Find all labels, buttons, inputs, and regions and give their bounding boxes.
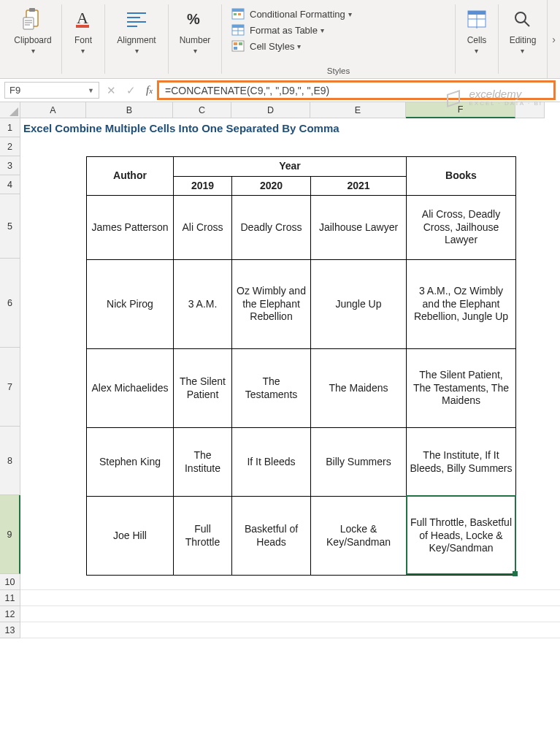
header-2020[interactable]: 2020 xyxy=(232,176,311,196)
cells-button[interactable]: Cells▾ xyxy=(461,4,493,58)
header-2019[interactable]: 2019 xyxy=(174,176,232,196)
chevron-down-icon: ▾ xyxy=(521,47,524,55)
name-box-value: F9 xyxy=(9,85,20,96)
svg-rect-8 xyxy=(234,13,237,15)
cell[interactable]: 3 A.M., Oz Wimbly and the Elephant Rebel… xyxy=(407,260,516,349)
header-books[interactable]: Books xyxy=(407,157,516,196)
conditional-formatting-label: Conditional Formatting xyxy=(250,9,345,20)
ribbon-scroll-right[interactable]: › xyxy=(547,0,560,78)
cell[interactable]: Full Throttle, Basketful of Heads, Locke… xyxy=(407,497,516,576)
col-header-C[interactable]: C xyxy=(173,102,231,118)
editing-button[interactable]: Editing▾ xyxy=(507,4,540,58)
cell[interactable]: Deadly Cross xyxy=(232,196,311,260)
cell[interactable]: Billy Summers xyxy=(311,428,407,497)
fx-icon[interactable]: fx xyxy=(146,84,153,96)
conditional-formatting-icon xyxy=(231,7,245,20)
ribbon-group-styles: Conditional Formatting▾ Format as Table▾… xyxy=(222,0,455,78)
ribbon-group-editing: Editing▾ xyxy=(499,0,547,78)
cells-label: Cells xyxy=(467,35,487,45)
chevron-down-icon: ▾ xyxy=(193,47,197,55)
cell-styles-button[interactable]: Cell Styles▾ xyxy=(228,38,388,54)
alignment-button[interactable]: Alignment▾ xyxy=(114,4,158,58)
row-header-2[interactable]: 2 xyxy=(0,137,20,156)
cell[interactable]: Ali Cross, Deadly Cross, Jailhouse Lawye… xyxy=(407,196,516,260)
chevron-down-icon: ▾ xyxy=(475,47,478,55)
number-button[interactable]: % Number▾ xyxy=(177,4,214,58)
col-header-D[interactable]: D xyxy=(231,102,310,118)
row-header-7[interactable]: 7 xyxy=(0,348,20,427)
worksheet[interactable]: Excel Combine Multiple Cells Into One Se… xyxy=(20,118,560,659)
table-row: James Patterson Ali Cross Deadly Cross J… xyxy=(87,196,516,260)
cell[interactable]: Alex Michaelides xyxy=(87,349,174,428)
col-header-E[interactable]: E xyxy=(310,102,406,118)
cell[interactable]: Stephen King xyxy=(87,428,174,497)
row-header-5[interactable]: 5 xyxy=(0,194,20,259)
row-header-3[interactable]: 3 xyxy=(0,156,20,175)
header-2021[interactable]: 2021 xyxy=(311,176,407,196)
cell[interactable]: Nick Pirog xyxy=(87,260,174,349)
format-as-table-label: Format as Table xyxy=(250,25,318,36)
cell[interactable]: The Maidens xyxy=(311,349,407,428)
watermark-icon xyxy=(444,88,463,107)
format-as-table-button[interactable]: Format as Table▾ xyxy=(228,22,388,38)
row-header-4[interactable]: 4 xyxy=(0,175,20,194)
table-row: Nick Pirog 3 A.M. Oz Wimbly and the Elep… xyxy=(87,260,516,349)
cell[interactable]: Jungle Up xyxy=(311,260,407,349)
col-header-A[interactable]: A xyxy=(20,102,86,118)
ribbon-group-font: A Font▾ xyxy=(62,0,104,78)
row-header-6[interactable]: 6 xyxy=(0,259,20,348)
header-author[interactable]: Author xyxy=(87,157,174,196)
row-header-13[interactable]: 13 xyxy=(0,622,20,638)
table-row: Stephen King The Institute If It Bleeds … xyxy=(87,428,516,497)
row-header-1[interactable]: 1 xyxy=(0,118,20,137)
cell[interactable]: The Silent Patient xyxy=(174,349,232,428)
clipboard-label: Clipboard xyxy=(14,35,51,45)
cell[interactable]: The Institute, If It Bleeds, Billy Summe… xyxy=(407,428,516,497)
clipboard-icon xyxy=(20,6,46,32)
editing-icon xyxy=(510,6,536,32)
styles-group-label: Styles xyxy=(222,66,455,75)
cell[interactable]: 3 A.M. xyxy=(174,260,232,349)
cell[interactable]: Oz Wimbly and the Elephant Rebellion xyxy=(232,260,311,349)
cell[interactable]: Full Throttle xyxy=(174,497,232,576)
font-button[interactable]: A Font▾ xyxy=(67,4,99,58)
font-label: Font xyxy=(74,35,92,45)
formula-bar-tools: ✕ ✓ fx xyxy=(102,79,157,102)
svg-rect-14 xyxy=(239,42,242,45)
cells-icon xyxy=(464,6,490,32)
chevron-down-icon: ▾ xyxy=(297,42,301,50)
svg-point-18 xyxy=(515,12,526,23)
data-table: Author Year Books 2019 2020 2021 James P… xyxy=(86,156,516,576)
cell[interactable]: Locke & Key/Sandman xyxy=(311,497,407,576)
svg-text:A: A xyxy=(77,9,88,27)
row-header-12[interactable]: 12 xyxy=(0,606,20,622)
row-header-10[interactable]: 10 xyxy=(0,574,20,590)
col-header-B[interactable]: B xyxy=(86,102,173,118)
row-header-8[interactable]: 8 xyxy=(0,427,20,495)
font-icon: A xyxy=(70,6,96,32)
header-year[interactable]: Year xyxy=(174,157,407,177)
cell[interactable]: James Patterson xyxy=(87,196,174,260)
editing-label: Editing xyxy=(510,35,537,45)
select-all-corner[interactable] xyxy=(0,102,20,118)
cancel-icon[interactable]: ✕ xyxy=(107,84,116,97)
row-header-11[interactable]: 11 xyxy=(0,590,20,606)
cell[interactable]: The Silent Patient, The Testaments, The … xyxy=(407,349,516,428)
clipboard-button[interactable]: Clipboard▾ xyxy=(11,4,54,58)
cell[interactable]: The Institute xyxy=(174,428,232,497)
conditional-formatting-button[interactable]: Conditional Formatting▾ xyxy=(228,6,388,22)
row-header-9[interactable]: 9 xyxy=(0,495,20,574)
chevron-down-icon: ▾ xyxy=(348,10,352,18)
svg-text:%: % xyxy=(187,11,200,27)
cell[interactable]: If It Bleeds xyxy=(232,428,311,497)
cell[interactable]: Basketful of Heads xyxy=(232,497,311,576)
number-label: Number xyxy=(180,35,211,45)
table-row: Joe Hill Full Throttle Basketful of Head… xyxy=(87,497,516,576)
cell[interactable]: The Testaments xyxy=(232,349,311,428)
cell[interactable]: Jailhouse Lawyer xyxy=(311,196,407,260)
cell[interactable]: Joe Hill xyxy=(87,497,174,576)
name-box[interactable]: F9 ▼ xyxy=(4,82,99,99)
cell[interactable]: Ali Cross xyxy=(174,196,232,260)
chevron-down-icon: ▾ xyxy=(135,47,139,55)
enter-icon[interactable]: ✓ xyxy=(126,84,136,97)
